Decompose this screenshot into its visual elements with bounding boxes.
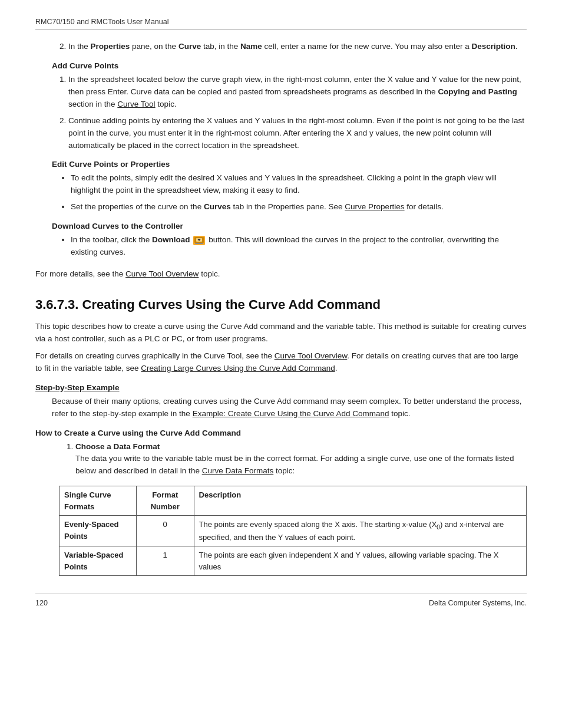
item2-period: . [515,42,518,51]
row1-format-name: Evenly-Spaced Points [59,516,137,546]
more-details-para: For more details, see the Curve Tool Ove… [35,268,527,281]
edit2-end: for details. [405,202,444,211]
acp2-text: Continue adding points by entering the X… [68,116,524,150]
item2-mid1: pane, on the [130,42,178,51]
edit-item2: Set the properties of the curve on the C… [71,201,527,213]
download-item1: In the toolbar, click the Download butto… [71,234,527,259]
item2-description-bold: Description [471,42,515,51]
row2-description: The points are each given independent X … [194,546,526,576]
table-row: Evenly-Spaced Points 0 The points are ev… [59,516,527,546]
curve-tool-overview-link2[interactable]: Curve Tool Overview [275,351,348,360]
page: RMC70/150 and RMCTools User Manual In th… [0,0,562,631]
add-curve-points-heading: Add Curve Points [52,61,527,70]
how-to-heading: How to Create a Curve using the Curve Ad… [35,429,527,437]
item2-properties-bold: Properties [91,42,130,51]
edit2-start: Set the properties of the curve on the [71,202,204,211]
more-details-end: topic. [199,269,220,278]
download-section: Download Curves to the Controller In the… [52,222,527,259]
curve-properties-link[interactable]: Curve Properties [345,202,404,211]
step-by-step-heading: Step-by-Step Example [35,383,527,392]
edit2-mid: tab in the Properties pane. See [231,202,345,211]
section-heading: 3.6.7.3. Creating Curves Using the Curve… [35,297,527,312]
page-header: RMC70/150 and RMCTools User Manual [35,18,527,30]
download1-start: In the toolbar, click the [71,235,152,244]
download-heading: Download Curves to the Controller [52,222,527,230]
intro2-start: For details on creating curves graphical… [35,351,275,360]
acp-item1: In the spreadsheet located below the cur… [68,74,527,111]
item2-mid2: tab, in the [201,42,240,51]
edit-heading: Edit Curve Points or Properties [52,160,527,169]
download-icon [193,236,205,245]
edit1-text: To edit the points, simply edit the desi… [71,173,497,195]
sbs-link[interactable]: Example: Create Curve Using the Curve Ad… [193,409,389,418]
step1-text2: topic: [273,466,295,475]
acp1-bold: Copying and Pasting [438,87,517,96]
edit-item1: To edit the points, simply edit the desi… [71,172,527,197]
item2-name-bold: Name [240,42,262,51]
curve-data-formats-link[interactable]: Curve Data Formats [202,466,274,475]
col1-header: Single Curve Formats [59,486,137,516]
page-footer: 120 Delta Computer Systems, Inc. [35,594,527,607]
download1-bold: Download [152,235,190,244]
item2-intro: In the [68,42,91,51]
header-text: RMC70/150 and RMCTools User Manual [35,18,168,26]
step1-label: Choose a Data Format [75,442,160,451]
edit-section: Edit Curve Points or Properties To edit … [52,160,527,213]
creating-large-curves-link[interactable]: Creating Large Curves Using the Curve Ad… [141,364,335,373]
acp1-end2: topic. [156,100,177,108]
svg-rect-4 [195,243,203,244]
acp1-end: section in the [68,100,117,108]
step-by-step-para: Because of their many options, creating … [52,396,527,420]
step1-section: Choose a Data Format The data you write … [59,441,527,577]
intro2-para: For details on creating curves graphical… [35,350,527,375]
item2-paragraph: In the Properties pane, on the Curve tab… [52,41,527,53]
row1-description: The points are evenly spaced along the X… [194,516,526,546]
sbs-end: topic. [389,409,411,418]
step1-item: Choose a Data Format The data you write … [75,441,527,478]
curve-formats-table: Single Curve Formats Format Number Descr… [59,486,527,576]
download-list: In the toolbar, click the Download butto… [71,234,527,259]
table-row: Variable-Spaced Points 1 The points are … [59,546,527,576]
add-curve-points-list: In the spreadsheet located below the cur… [68,74,527,152]
footer-page-number: 120 [35,599,48,607]
edit-list: To edit the points, simply edit the desi… [71,172,527,213]
step1-list: Choose a Data Format The data you write … [75,441,527,478]
add-curve-points-section: Add Curve Points In the spreadsheet loca… [52,61,527,152]
more-details-start: For more details, see the [35,269,125,278]
curve-tool-overview-link[interactable]: Curve Tool Overview [125,269,199,278]
item2-list-item: In the Properties pane, on the Curve tab… [68,41,527,53]
col3-header: Description [194,486,526,516]
row2-format-number: 1 [136,546,194,576]
footer-company: Delta Computer Systems, Inc. [429,599,527,607]
intro2-end: . [335,364,338,373]
col2-header: Format Number [136,486,194,516]
item2-curve-bold: Curve [178,42,201,51]
table-header-row: Single Curve Formats Format Number Descr… [59,486,527,516]
edit2-curves-bold: Curves [204,202,231,211]
sbs-para: Because of their many options, creating … [52,396,527,420]
acp-item2: Continue adding points by entering the X… [68,115,527,152]
row2-format-name: Variable-Spaced Points [59,546,137,576]
row1-format-number: 0 [136,516,194,546]
curve-tool-link[interactable]: Curve Tool [117,100,155,108]
item2-end: cell, enter a name for the new curve. Yo… [262,42,472,51]
intro1-para: This topic describes how to create a cur… [35,321,527,345]
